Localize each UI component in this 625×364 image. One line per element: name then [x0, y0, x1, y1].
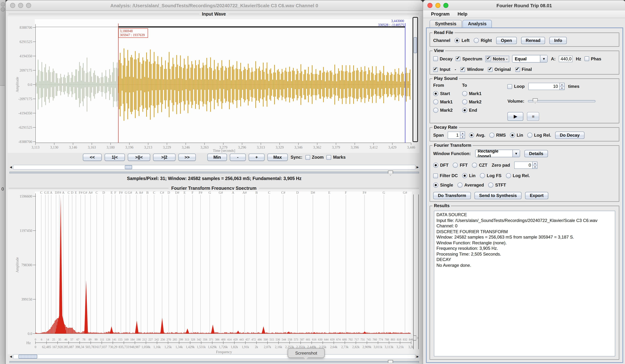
scroll-right-icon[interactable]: ▶ — [415, 165, 420, 169]
radio-from-mark1[interactable]: Mark1 — [433, 99, 453, 105]
spectrum-scrollbar-thumb[interactable] — [18, 355, 37, 359]
wave-vertical-scrollbar-thumb[interactable] — [414, 37, 417, 53]
spinner-up-icon[interactable]: ▲ — [560, 83, 564, 86]
seek-start-button[interactable]: << — [83, 154, 102, 161]
max-button[interactable]: Max — [267, 154, 288, 161]
send-to-synthesis-button[interactable]: Send to Synthesis — [474, 192, 522, 199]
span-spinner[interactable]: 1▲▼ — [448, 132, 465, 139]
input-wave-plot[interactable]: 83887006291525419435020971750.0-2097175-… — [8, 16, 419, 153]
zero-pad-spinner-value[interactable]: 0 — [514, 162, 532, 169]
volume-slider-thumb[interactable] — [533, 98, 538, 103]
tab-analysis[interactable]: Analysis — [463, 20, 492, 28]
radio-stft[interactable]: STFT — [488, 183, 506, 188]
scroll-left-icon[interactable]: ◀ — [9, 165, 13, 169]
min-button[interactable]: Min — [207, 154, 227, 161]
notes-checkbox[interactable]: Notes - — [485, 56, 509, 62]
filter-dc-checkbox[interactable]: Filter DC — [433, 173, 458, 178]
radio-single[interactable]: Single — [433, 183, 453, 188]
tab-synthesis[interactable]: Synthesis — [430, 20, 462, 28]
details-button[interactable]: Details — [524, 150, 548, 157]
info-button[interactable]: Info — [550, 37, 567, 44]
radio-from-start[interactable]: Start — [433, 91, 450, 96]
volume-slider[interactable] — [528, 98, 595, 104]
original-checkbox[interactable]: Original — [488, 67, 511, 72]
spectrum-plot[interactable]: CGEADF#ACDEF#G#A#CDEFF#GG#AA#BCC#DD#EFF#… — [8, 190, 419, 354]
loop-times-spinner-value[interactable]: 10 — [528, 83, 559, 90]
spectrum-slider-thumb[interactable] — [388, 360, 393, 364]
radio-from-mark2[interactable]: Mark2 — [433, 108, 453, 113]
play-button[interactable]: ▶ — [507, 112, 524, 121]
spectrum-vertical-slider[interactable] — [413, 195, 419, 349]
fourier-window-titlebar[interactable]: Fourier Round Trip 08.01 — [423, 0, 625, 11]
span-spinner-value[interactable]: 1 — [448, 132, 460, 139]
half-window-button[interactable]: >|2 — [153, 154, 176, 161]
scroll-left-icon[interactable]: ◀ — [9, 354, 13, 359]
radio-to-mark1[interactable]: Mark1 — [462, 91, 481, 96]
radio-ft-log-rel[interactable]: Log Rel. — [506, 173, 530, 178]
phase-checkbox[interactable]: Phas — [585, 56, 601, 61]
sync-marks-checkbox[interactable]: Marks — [327, 155, 346, 160]
radio-averaged[interactable]: Averaged — [457, 183, 484, 188]
radio-decay-lin[interactable]: Lin — [510, 133, 523, 138]
radio-fft[interactable]: FFT — [453, 163, 468, 168]
wave-vertical-scrollbar[interactable] — [412, 17, 418, 142]
analysis-window-titlebar[interactable]: Analysis: /Users/alan/_SoundTests/Record… — [6, 0, 423, 11]
window-checkbox[interactable]: Window — [461, 67, 484, 72]
input-checkbox[interactable]: Input — [433, 67, 450, 72]
zoom-out-button[interactable]: - — [230, 154, 246, 161]
loop-checkbox[interactable]: Loop — [507, 84, 525, 89]
wave-scrollbar-track[interactable] — [13, 165, 415, 169]
wave-horizontal-scrollbar[interactable]: ◀ ▶ — [9, 165, 420, 169]
zero-pad-spinner[interactable]: 0▲▼ — [514, 162, 538, 169]
radio-czt[interactable]: CZT — [472, 163, 488, 168]
radio-dft[interactable]: DFT — [433, 163, 449, 168]
spectrum-horizontal-scrollbar[interactable]: ◀ ▶ — [9, 354, 420, 359]
radio-ft-lin[interactable]: Lin — [462, 173, 475, 178]
zoom-in-button[interactable]: + — [249, 154, 265, 161]
open-button[interactable]: Open — [496, 37, 517, 44]
input-wave-chart[interactable]: 83887006291525419435020971750.0-2097175-… — [8, 16, 419, 153]
spectrum-vertical-slider-thumb[interactable] — [413, 336, 418, 340]
temperament-select[interactable]: Equal▼ — [512, 55, 548, 62]
final-checkbox[interactable]: Final — [515, 67, 532, 72]
radio-log-fs[interactable]: Log FS — [480, 173, 501, 178]
wave-scrollbar-thumb[interactable] — [125, 165, 132, 169]
spinner-down-icon[interactable]: ▼ — [533, 165, 537, 168]
menu-help[interactable]: Help — [458, 12, 468, 17]
sync-zoom-checkbox[interactable]: Zoom — [305, 155, 324, 160]
spinner-up-icon[interactable]: ▲ — [533, 162, 537, 165]
results-text-area[interactable]: DATA SOURCEInput file: /Users/alan/_Soun… — [434, 211, 615, 356]
do-transform-button[interactable]: Do Transform — [433, 192, 471, 199]
spectrum-scrollbar-track[interactable] — [13, 354, 415, 359]
radio-to-end[interactable]: End — [462, 108, 477, 113]
spinner-down-icon[interactable]: ▼ — [560, 86, 564, 90]
chevron-down-icon[interactable]: ▼ — [512, 150, 520, 157]
radio-channel-right[interactable]: Right — [474, 38, 492, 43]
spinner-down-icon[interactable]: ▼ — [461, 135, 465, 139]
wave-position-slider[interactable] — [9, 170, 420, 175]
radio-decay-log-rel[interactable]: Log Rel. — [527, 133, 551, 138]
spectrum-chart[interactable]: CGEADF#ACDEF#G#A#CDEFF#GG#AA#BCC#DD#EFF#… — [8, 190, 419, 354]
menu-program[interactable]: Program — [431, 12, 450, 17]
wave-slider-thumb[interactable] — [388, 171, 393, 176]
spectrum-position-slider[interactable] — [9, 360, 420, 364]
loop-times-spinner[interactable]: 10▲▼ — [528, 83, 564, 90]
page-left-button[interactable]: 1|< — [105, 154, 125, 161]
radio-to-mark2[interactable]: Mark2 — [462, 99, 481, 105]
radio-rms[interactable]: RMS — [489, 133, 506, 138]
scroll-right-icon[interactable]: ▶ — [415, 354, 420, 359]
a-freq-field[interactable]: 440,0 — [559, 56, 572, 62]
radio-channel-left[interactable]: Left — [455, 38, 469, 43]
reread-button[interactable]: Reread — [521, 37, 545, 44]
chevron-down-icon[interactable]: ▼ — [540, 55, 547, 62]
page-right-button[interactable]: >> — [178, 154, 196, 161]
export-button[interactable]: Export — [525, 192, 548, 199]
decay-checkbox[interactable]: Decay — [433, 56, 453, 61]
do-decay-button[interactable]: Do Decay — [555, 132, 584, 139]
radio-avg[interactable]: Avg. — [469, 133, 485, 138]
window-function-select[interactable]: Rectangle (none)▼ — [475, 150, 520, 157]
stop-button[interactable]: ■ — [527, 112, 539, 121]
center-window-button[interactable]: >||< — [128, 154, 150, 161]
spectrum-checkbox[interactable]: Spectrum — [456, 56, 482, 61]
spinner-up-icon[interactable]: ▲ — [461, 132, 465, 135]
